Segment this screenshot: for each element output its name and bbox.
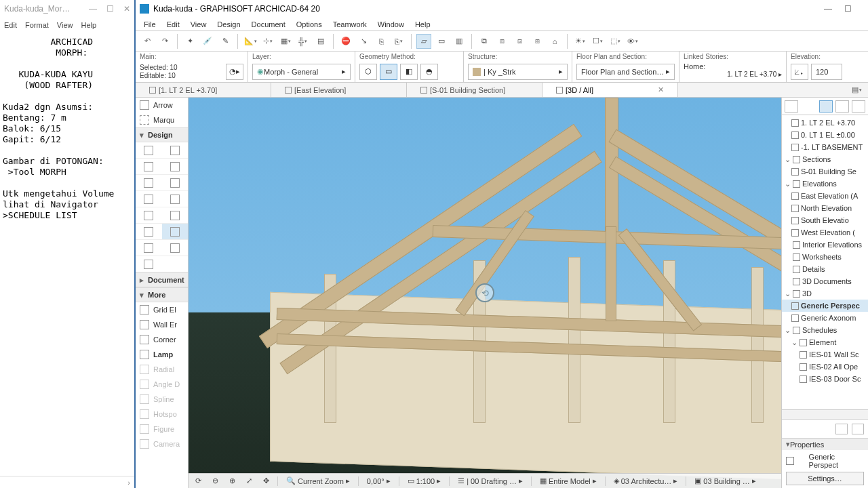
ac-titlebar[interactable]: Kuda-kuda - GRAPHISOFT ARCHICAD-64 20 — … [136,0,868,18]
tool-lamp[interactable]: Lamp [136,347,188,362]
tool-morph[interactable] [162,224,189,240]
undo-icon[interactable]: ↶ [140,34,155,49]
default-settings-button[interactable]: ◔▸ [226,64,243,80]
menu-window[interactable]: Window [378,20,404,28]
qb-zoom-dd[interactable]: 🔍 Current Zoom ▸ [283,476,353,485]
elevation-input[interactable]: 120 [811,64,842,80]
tool-marquee[interactable]: Marqu [136,113,188,127]
tool-slab[interactable] [162,175,189,191]
toolbox-document-header[interactable]: Document [136,272,188,287]
seo5-icon[interactable]: ⌂ [547,34,562,49]
tool-wallend[interactable]: Wall Er [136,317,188,332]
tool-window[interactable] [136,159,162,175]
tool-skylight[interactable] [162,207,189,224]
close-icon[interactable]: ✕ [123,4,130,14]
nav-tree[interactable]: 1. LT 2 EL +3.70 0. LT 1 EL ±0.00 -1. LT… [782,115,868,409]
settings-button[interactable]: Settings… [786,472,864,485]
nav-worksheets[interactable]: Worksheets [782,251,868,263]
nav-3d[interactable]: ⌄3D [782,287,868,300]
nav-layoutbook-icon[interactable] [852,100,865,113]
section-item[interactable]: S-01 Building Se [782,165,868,178]
menu-options[interactable]: Options [296,20,322,28]
nav-sections[interactable]: ⌄Sections [782,153,868,165]
tool-shell[interactable] [136,207,162,224]
suspend-icon[interactable]: ⛔ [338,34,353,49]
linked-story[interactable]: 1. LT 2 EL +3.70 ▸ [684,70,782,78]
tab-section[interactable]: [S-01 Building Section] [407,83,542,97]
3d-viewport[interactable]: ⟲ ⟳ ⊖ ⊕ ⤢ ✥ 🔍 Current Zoom ▸ 0,00° ▸ ▭ 1… [189,98,781,488]
edit-plane-icon[interactable]: ▱ [416,34,431,49]
story-item[interactable]: 1. LT 2 EL +3.70 [782,117,868,129]
tool-grid[interactable]: Grid El [136,302,188,317]
nav-elevations[interactable]: ⌄Elevations [782,178,868,190]
seo3-icon[interactable]: ⧇ [512,34,527,49]
nav-projectmap-icon[interactable] [819,100,833,113]
toolbox-design-header[interactable]: Design [136,127,188,142]
elev-item[interactable]: West Elevation ( [782,226,868,239]
tool-zone[interactable] [162,240,189,256]
qb-zoomout-icon[interactable]: ⊖ [210,476,221,485]
nav-3ddocs[interactable]: 3D Documents [782,275,868,287]
ruler-icon[interactable]: 📐 [243,34,258,49]
nav-prev-btn2[interactable] [852,424,864,434]
tool-roof[interactable] [162,191,189,207]
3dview-icon[interactable]: ⬚ [608,34,623,49]
geom-box-button[interactable]: ▭ [380,64,397,80]
3d-axo[interactable]: Generic Axonom [782,312,868,324]
np-menu-edit[interactable]: Edit [4,21,17,29]
seo-add-icon[interactable]: ⧉ [477,34,492,49]
syringe-icon[interactable]: 💉 [200,34,215,49]
geom-morph-button[interactable]: ◓ [420,64,438,80]
qb-fit-icon[interactable]: ⤢ [243,476,255,485]
eye-icon[interactable]: 👁 [625,34,640,49]
np-menu-help[interactable]: Help [81,21,96,29]
sched-element[interactable]: ⌄Element [782,336,868,348]
cursor-icon[interactable]: ↘ [356,34,371,49]
tab-3d[interactable]: [3D / All]✕ [542,83,678,97]
qb-layercomb[interactable]: ☰ | 00 Drafting … ▸ [455,476,526,485]
tool-object[interactable] [136,240,162,256]
seo4-icon[interactable]: ⧆ [530,34,545,49]
qb-scale[interactable]: ▭ 1:100 ▸ [405,476,444,485]
tab-overview-icon[interactable]: ▤ [849,83,864,98]
tool-corner[interactable]: Corner [136,332,188,347]
sched-item[interactable]: IES-01 Wall Sc [782,348,868,361]
structure-selector[interactable]: | Ky _Strk▸ [468,64,568,80]
notepad-titlebar[interactable]: Kuda-kuda_Mor… — ☐ ✕ [0,0,134,18]
redo-icon[interactable]: ↷ [157,34,172,49]
plane3-icon[interactable]: ▥ [452,34,467,49]
tool-mesh[interactable] [136,256,162,272]
tool-column[interactable] [162,159,189,175]
maximize-icon[interactable]: ☐ [106,4,114,14]
sched-item[interactable]: IES-02 All Ope [782,361,868,373]
trace-dd-icon[interactable]: ⎘ [391,34,406,49]
grid2-icon[interactable]: ▤ [313,34,328,49]
trace-icon[interactable]: ⎘ [374,34,389,49]
menu-help[interactable]: Help [415,20,431,28]
render-icon[interactable]: ☀ [572,34,587,49]
elev-icon[interactable]: ⟀▸ [791,64,808,80]
tool-stair[interactable] [136,191,162,207]
snap-icon[interactable]: ▦ [278,34,293,49]
geom-rev-button[interactable]: ◧ [400,64,418,80]
grid-icon[interactable]: ╬ [296,34,311,49]
plane2-icon[interactable]: ▭ [434,34,449,49]
minimize-icon[interactable]: — [824,4,832,14]
guides-icon[interactable]: ⊹ [260,34,275,49]
geom-poly-button[interactable]: ⬡ [359,64,377,80]
camera-icon[interactable]: ☐ [590,34,605,49]
3d-perspective[interactable]: Generic Perspec [782,300,868,312]
nav-intelev[interactable]: Interior Elevations [782,239,868,251]
elev-item[interactable]: East Elevation (A [782,190,868,202]
menu-view[interactable]: View [191,20,207,28]
layer-selector[interactable]: ◉ Morph - General▸ [252,64,351,80]
nav-viewmap-icon[interactable] [835,100,849,113]
tab-close-icon[interactable]: ✕ [658,85,664,94]
story-item[interactable]: 0. LT 1 EL ±0.00 [782,129,868,141]
tool-wall[interactable] [136,142,162,159]
wand-icon[interactable]: ✎ [218,34,233,49]
nav-scrollbar[interactable] [782,409,868,419]
np-menu-view[interactable]: View [57,21,73,29]
qb-refresh-icon[interactable]: ⟳ [193,476,204,485]
qb-angle[interactable]: 0,00° ▸ [364,476,393,485]
